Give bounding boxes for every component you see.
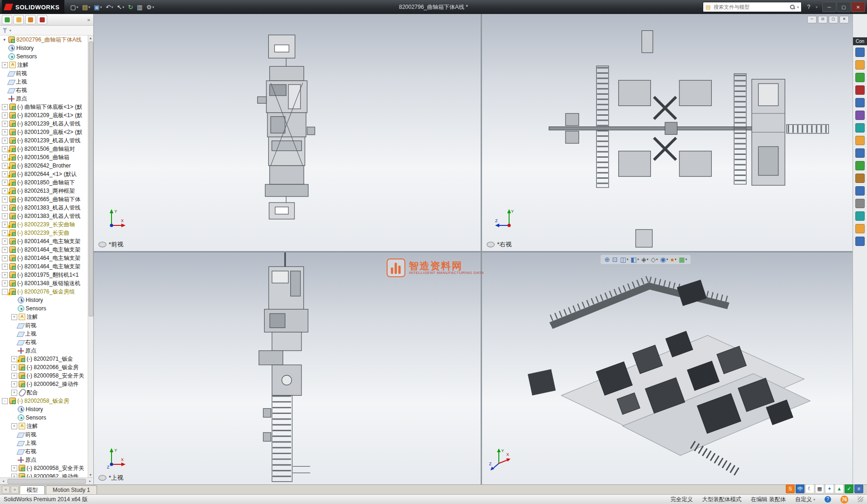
tab-nav-left-icon[interactable]: « [2, 486, 10, 494]
help-button[interactable]: ? [804, 4, 813, 10]
zoom-area-button[interactable]: ⊡ [612, 256, 618, 263]
previous-view-button[interactable]: ◫▾ [620, 256, 629, 263]
filter-icon[interactable] [2, 28, 7, 33]
scroll-thumb[interactable] [7, 479, 86, 484]
expander-icon[interactable]: + [2, 272, 8, 278]
expander-icon[interactable]: + [11, 390, 17, 396]
expander-icon[interactable]: + [2, 196, 8, 203]
displaymanager-tab[interactable] [37, 15, 47, 24]
viewport-top[interactable]: Y X Z *上视 [94, 252, 481, 484]
new-document-button[interactable]: ▢▾ [69, 3, 80, 11]
tree-item[interactable]: +(-) 82001975_翻转机1<1 [0, 271, 88, 279]
tree-item[interactable]: 前视 [0, 321, 88, 329]
viewport-right[interactable]: Y Z *右视 [482, 14, 853, 251]
tree-item[interactable]: 右视 [0, 338, 88, 346]
taskpane-icon[interactable] [855, 199, 865, 208]
view-orientation-button[interactable]: ◈▾ [641, 256, 649, 263]
file-properties-button[interactable]: ▥ [135, 3, 144, 11]
taskpane-icon[interactable] [855, 73, 865, 82]
doc-minimize-icon[interactable]: ─ [807, 16, 817, 23]
tree-item[interactable]: 上视 [0, 77, 88, 86]
tree-item[interactable]: 前视 [0, 69, 88, 77]
expander-icon[interactable]: + [2, 230, 8, 236]
expander-icon[interactable]: + [2, 213, 8, 219]
tray-icon[interactable]: ▲ [835, 484, 844, 493]
hide-show-items-button[interactable]: ◉▾ [660, 256, 669, 263]
zoom-fit-button[interactable]: ⊕ [604, 256, 610, 263]
configurationmanager-tab[interactable] [25, 15, 35, 24]
tree-item[interactable]: +(-) 82000958_安全开关 [0, 371, 88, 380]
expander-icon[interactable]: + [2, 112, 8, 119]
tree-item[interactable]: 原点 [0, 455, 88, 464]
tree-item[interactable]: +!(-) 82001506_曲轴箱对 [0, 145, 88, 153]
expander-icon[interactable]: + [2, 121, 8, 127]
close-button[interactable]: ✕ [851, 2, 865, 12]
expander-icon[interactable]: + [11, 373, 17, 379]
expander-icon[interactable]: + [2, 129, 8, 135]
tray-icon[interactable]: 中 [796, 484, 804, 493]
expander-icon[interactable]: + [2, 180, 8, 186]
taskpane-icon[interactable] [855, 161, 865, 170]
expander-icon[interactable]: + [2, 205, 8, 211]
expander-icon[interactable]: - [2, 398, 8, 404]
taskpane-icon[interactable] [855, 237, 865, 246]
tree-item[interactable]: 右视 [0, 86, 88, 94]
tray-icon[interactable]: ☾ [805, 484, 814, 493]
expander-icon[interactable]: + [2, 163, 8, 169]
minimize-button[interactable]: ─ [822, 2, 836, 12]
tree-item[interactable]: +!(-) 82002239_长安曲 [0, 229, 88, 237]
search-caret-icon[interactable]: ▾ [797, 5, 799, 9]
tree-item[interactable]: History [0, 405, 88, 413]
scroll-left-icon[interactable]: ◂ [0, 479, 7, 483]
tray-icon[interactable]: ✓ [845, 484, 853, 493]
tree-item[interactable]: +(-) 82002665_曲轴箱下体 [0, 195, 88, 203]
tree-item[interactable]: 前视 [0, 430, 88, 439]
tree-item[interactable]: +(-) 82001464_电主轴支架 [0, 262, 88, 271]
tree-item[interactable]: +!(-) 82001850_曲轴箱下 [0, 178, 88, 187]
tree-item[interactable]: +!(-) 82002239_长安曲轴 [0, 220, 88, 229]
taskpane-icon[interactable] [855, 48, 865, 57]
expander-icon[interactable]: + [2, 280, 8, 287]
taskpane-icon[interactable] [855, 174, 865, 183]
tree-item[interactable]: 上视 [0, 439, 88, 447]
expander-icon[interactable]: + [2, 188, 8, 194]
tree-item[interactable]: +(-) 82002066_钣金房 [0, 363, 88, 371]
expander-icon[interactable]: + [2, 154, 8, 161]
undo-button[interactable]: ↶▾ [105, 3, 115, 11]
tree-item[interactable]: +!(-) 82002644_<1> (默认 [0, 170, 88, 178]
tree-item[interactable]: 原点 [0, 94, 88, 103]
tree-item[interactable]: Sensors [0, 52, 88, 61]
tree-item[interactable]: +(-) 82001464_电主轴支架 [0, 237, 88, 245]
scroll-up-icon[interactable]: ▲ [88, 35, 93, 41]
maximize-button[interactable]: ▢ [837, 2, 851, 12]
doc-restore-icon[interactable]: ⊡ [818, 16, 827, 23]
tree-vertical-scrollbar[interactable]: ▲ ▼ [88, 35, 93, 477]
tree-item[interactable]: +!(-) 82001506_曲轴箱 [0, 153, 88, 161]
open-button[interactable]: ▤▾ [81, 3, 91, 11]
tree-item[interactable]: +(-) 82001209_底板<1> (默 [0, 111, 88, 119]
taskpane-icon[interactable] [855, 85, 865, 95]
expander-icon[interactable]: + [2, 238, 8, 245]
tree-item[interactable]: Sensors [0, 304, 88, 313]
filter-caret-icon[interactable]: ▾ [9, 28, 11, 33]
task-pane-header[interactable]: Con [853, 37, 867, 45]
tree-item[interactable]: +!(-) 82002071_钣金 [0, 355, 88, 363]
tree-item[interactable]: +(-) 82001383_机器人管线 [0, 203, 88, 212]
doc-close-icon[interactable]: ✕ [839, 16, 849, 23]
expander-icon[interactable]: + [11, 465, 17, 471]
tray-icon[interactable]: ✦ [825, 484, 834, 493]
expander-icon[interactable]: + [11, 356, 17, 362]
propertymanager-tab[interactable] [14, 15, 24, 24]
tree-item[interactable]: +注解 [0, 313, 88, 321]
display-style-button[interactable]: ◇▾ [650, 256, 658, 263]
tree-item[interactable]: +(-) 82000962_操动件 [0, 380, 88, 388]
tree-item[interactable]: +配合 [0, 388, 88, 397]
help-caret-icon[interactable]: ▾ [816, 5, 818, 9]
tree-item[interactable]: +(-) 82001348_板链输送机 [0, 279, 88, 287]
expander-icon[interactable]: + [11, 381, 17, 387]
tree-item[interactable]: +注解 [0, 422, 88, 430]
expander-icon[interactable]: + [2, 146, 8, 152]
expander-icon[interactable]: ▾ [2, 37, 7, 42]
expander-icon[interactable]: + [11, 423, 17, 429]
expander-icon[interactable]: + [2, 62, 8, 68]
